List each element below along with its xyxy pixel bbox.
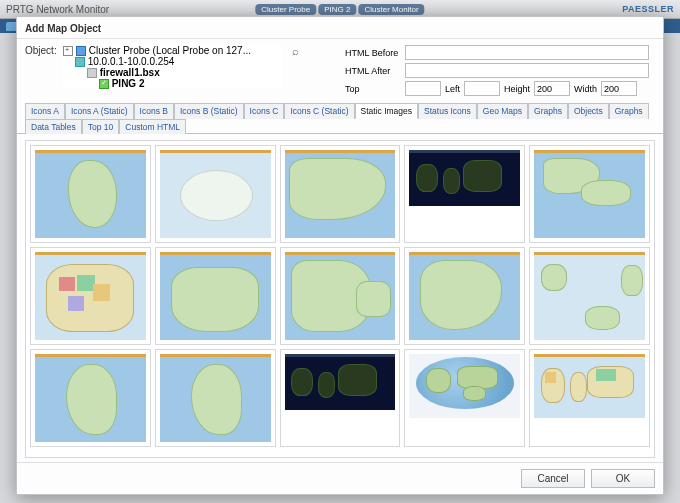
top-input[interactable]	[405, 81, 441, 96]
tab-static-images[interactable]: Static Images	[355, 103, 419, 119]
height-input[interactable]	[534, 81, 570, 96]
tree-node-group[interactable]: 10.0.0.1-10.0.0.254	[63, 56, 283, 67]
map-thumb-world-night-2[interactable]	[280, 349, 401, 447]
tab-top-10[interactable]: Top 10	[82, 119, 120, 134]
map-thumb-central-america[interactable]	[529, 145, 650, 243]
map-thumb-world-night-1[interactable]	[404, 145, 525, 243]
tree-label: PING 2	[112, 78, 145, 89]
gallery	[17, 134, 663, 462]
map-thumb-arctic[interactable]	[155, 145, 276, 243]
tab-icons-c[interactable]: Icons C	[244, 103, 285, 119]
tab-icons-b-static-[interactable]: Icons B (Static)	[174, 103, 244, 119]
tab-bar: Icons AIcons A (Static)Icons BIcons B (S…	[17, 102, 663, 134]
vendor-logo: PAESSLER	[622, 4, 674, 14]
cancel-button[interactable]: Cancel	[521, 469, 585, 488]
object-tree[interactable]: ⌕ Cluster Probe (Local Probe on 127... 1…	[63, 45, 283, 89]
status-tag: PING 2	[318, 4, 356, 15]
tab-geo-maps[interactable]: Geo Maps	[477, 103, 528, 119]
width-input[interactable]	[601, 81, 637, 96]
probe-icon	[76, 46, 86, 56]
tab-objects[interactable]: Objects	[568, 103, 609, 119]
status-tagbar: Cluster Probe PING 2 Cluster Monitor	[255, 4, 424, 15]
map-thumb-europe[interactable]	[155, 247, 276, 345]
expand-icon[interactable]	[63, 46, 73, 56]
map-thumb-asia[interactable]	[280, 145, 401, 243]
tree-label: firewall1.bsx	[100, 67, 160, 78]
tree-node-device[interactable]: firewall1.bsx	[63, 67, 283, 78]
html-after-label: HTML After	[345, 66, 401, 76]
search-icon[interactable]: ⌕	[292, 45, 299, 57]
map-thumb-europe-political[interactable]	[30, 247, 151, 345]
app-title: PRTG Network Monitor	[6, 4, 109, 15]
map-thumb-world-political[interactable]	[529, 349, 650, 447]
map-thumb-africa[interactable]	[30, 145, 151, 243]
html-after-input[interactable]	[405, 63, 649, 78]
dialog-footer: Cancel OK	[17, 462, 663, 494]
ok-button[interactable]: OK	[591, 469, 655, 488]
device-icon	[87, 68, 97, 78]
left-input[interactable]	[464, 81, 500, 96]
map-thumb-pacific[interactable]	[529, 247, 650, 345]
dialog-title: Add Map Object	[17, 17, 663, 39]
config-row: Object: ⌕ Cluster Probe (Local Probe on …	[17, 39, 663, 102]
sensor-ok-icon	[99, 79, 109, 89]
map-thumb-middle-east[interactable]	[280, 247, 401, 345]
status-tag: Cluster Probe	[255, 4, 316, 15]
group-icon	[75, 57, 85, 67]
tab-icons-b[interactable]: Icons B	[134, 103, 174, 119]
html-before-label: HTML Before	[345, 48, 401, 58]
html-before-input[interactable]	[405, 45, 649, 60]
tab-icons-a-static-[interactable]: Icons A (Static)	[65, 103, 134, 119]
height-label: Height	[504, 84, 530, 94]
tree-label: 10.0.0.1-10.0.0.254	[88, 56, 175, 67]
tab-data-tables[interactable]: Data Tables	[25, 119, 82, 134]
top-label: Top	[345, 84, 401, 94]
map-thumb-south-america-1[interactable]	[30, 349, 151, 447]
width-label: Width	[574, 84, 597, 94]
tab-icons-c-static-[interactable]: Icons C (Static)	[284, 103, 354, 119]
map-thumb-north-america[interactable]	[404, 247, 525, 345]
map-thumb-world-globe[interactable]	[404, 349, 525, 447]
tab-graphs[interactable]: Graphs	[528, 103, 568, 119]
add-map-object-dialog: Add Map Object Object: ⌕ Cluster Probe (…	[16, 16, 664, 495]
map-thumb-south-america-2[interactable]	[155, 349, 276, 447]
object-label: Object:	[25, 45, 57, 89]
tab-status-icons[interactable]: Status Icons	[418, 103, 477, 119]
status-tag: Cluster Monitor	[358, 4, 424, 15]
tree-label: Cluster Probe (Local Probe on 127...	[89, 45, 251, 56]
tab-graphs[interactable]: Graphs	[609, 103, 649, 119]
left-label: Left	[445, 84, 460, 94]
tab-custom-html[interactable]: Custom HTML	[119, 119, 186, 134]
tab-icons-a[interactable]: Icons A	[25, 103, 65, 119]
tree-node-sensor[interactable]: PING 2	[63, 78, 283, 89]
tree-node-probe[interactable]: Cluster Probe (Local Probe on 127...	[63, 45, 283, 56]
gallery-grid	[25, 140, 655, 458]
